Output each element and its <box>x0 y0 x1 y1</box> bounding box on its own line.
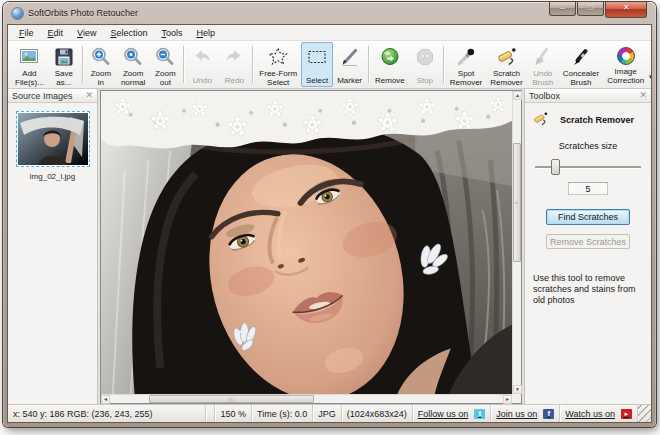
menu-view[interactable]: View <box>70 26 103 40</box>
toolbar-separator <box>252 46 253 83</box>
maximize-button[interactable]: □ <box>577 2 604 16</box>
toolbar-button-spot-remover[interactable]: Spot Remover <box>446 42 486 87</box>
toolbar-label: Zoom out <box>153 69 177 87</box>
vertical-scrollbar[interactable]: ▲ = ▼ <box>512 91 521 394</box>
source-file-name: img_02_l.jpg <box>8 172 97 181</box>
spot-remover-icon <box>454 45 478 69</box>
app-icon <box>12 8 23 19</box>
toolbar-button-scratch-remover[interactable]: Scratch Remover <box>486 42 526 87</box>
toolbar-separator <box>183 46 184 83</box>
zoom-in-icon <box>89 45 113 69</box>
toolbar-button-free-form-select[interactable]: Free-Form Select <box>255 42 301 87</box>
workspace: Source Images ✕ <box>8 89 651 404</box>
toolbar-button-stop[interactable]: Stop <box>409 42 441 87</box>
slider-thumb[interactable] <box>551 159 560 175</box>
toolbar-button-remove[interactable]: Remove <box>371 42 409 87</box>
source-thumbnail[interactable] <box>16 111 90 167</box>
scratches-size-slider[interactable] <box>535 159 641 175</box>
menu-tools[interactable]: Tools <box>154 26 189 40</box>
toolbar-label: Save as... <box>52 69 76 87</box>
scratches-size-value[interactable]: 5 <box>568 182 608 195</box>
twitter-icon[interactable]: t <box>474 409 485 419</box>
horizontal-scroll-track[interactable]: ||| <box>110 395 503 403</box>
scroll-right-icon[interactable]: ► <box>503 395 512 404</box>
toolbar-button-image-correction[interactable]: Image Correction <box>603 42 648 87</box>
window-title: SoftOrbits Photo Retoucher <box>28 8 138 18</box>
toolbar-button-undo[interactable]: Undo <box>186 42 218 87</box>
horizontal-scroll-thumb[interactable]: ||| <box>149 395 314 403</box>
toolbar-overflow-icon[interactable]: ▾ <box>648 73 651 87</box>
scroll-up-icon[interactable]: ▲ <box>513 91 522 100</box>
toolbar-button-zoom-normal[interactable]: Zoom normal <box>117 42 149 87</box>
source-panel-title: Source Images <box>12 91 73 101</box>
toolbar-label: Undo Brush <box>531 69 555 87</box>
client-area: File Edit View Selection Tools Help Add … <box>7 24 652 423</box>
status-zoom: 150 % <box>215 405 252 422</box>
menu-help[interactable]: Help <box>189 26 222 40</box>
status-position: x: 540 y: 186 RGB: (236, 243, 255) <box>8 405 206 422</box>
close-button[interactable]: ✕ <box>605 2 647 18</box>
toolbar-button-zoom-out[interactable]: Zoom out <box>149 42 181 87</box>
photo-canvas[interactable] <box>101 91 512 394</box>
scrollbar-corner <box>512 394 521 403</box>
join-us-label: Join us on <box>496 409 537 419</box>
resize-grip[interactable] <box>638 405 651 422</box>
menu-selection[interactable]: Selection <box>103 26 154 40</box>
youtube-icon[interactable]: ► <box>621 409 632 419</box>
toolbar-label: Add File(s)... <box>15 69 44 87</box>
horizontal-scrollbar[interactable]: ◄ ||| ► <box>101 394 512 403</box>
toolbar-button-select[interactable]: Select <box>301 42 333 87</box>
toolbar-label: Scratch Remover <box>490 69 522 87</box>
toolbar-button-concealer-brush[interactable]: Concealer Brush <box>559 42 603 87</box>
toolbar-separator <box>368 46 369 83</box>
app-window: SoftOrbits Photo Retoucher – □ ✕ File Ed… <box>3 2 656 427</box>
undo-icon <box>190 45 214 69</box>
scroll-left-icon[interactable]: ◄ <box>101 395 110 404</box>
find-scratches-button[interactable]: Find Scratches <box>546 209 630 225</box>
watch-us-link[interactable]: Watch us on► <box>560 405 638 422</box>
toolbar-label: Zoom normal <box>121 69 145 87</box>
tool-head: Scratch Remover <box>525 103 651 130</box>
toolbar: Add File(s)... Save as... Zoom in Zoom n… <box>8 41 651 89</box>
menu-file[interactable]: File <box>12 26 41 40</box>
image-correction-icon <box>617 45 635 67</box>
menu-edit[interactable]: Edit <box>41 26 71 40</box>
scroll-down-icon[interactable]: ▼ <box>513 385 522 394</box>
follow-us-link[interactable]: Follow us ont <box>413 405 492 422</box>
scratch-remover-icon <box>531 110 549 130</box>
toolbar-label: Image Correction <box>607 67 644 85</box>
toolbox-header: Toolbox ✕ <box>525 89 651 103</box>
toolbar-label: Redo <box>222 69 246 85</box>
vertical-scroll-track[interactable]: = <box>513 100 521 385</box>
remove-scratches-button[interactable]: Remove Scratches <box>546 234 630 249</box>
toolbar-button-save-as[interactable]: Save as... <box>48 42 80 87</box>
canvas-area: ▲ = ▼ ◄ ||| ► <box>98 89 524 404</box>
close-icon[interactable]: ✕ <box>639 91 647 100</box>
remove-icon <box>378 45 402 69</box>
status-spacer <box>206 405 215 422</box>
toolbar-label: Free-Form Select <box>259 69 297 87</box>
scratches-size-label: Scratches size <box>525 141 651 151</box>
toolbar-button-redo[interactable]: Redo <box>218 42 250 87</box>
undo-brush-icon <box>531 45 555 69</box>
toolbar-label: Concealer Brush <box>563 69 599 87</box>
stop-icon <box>413 45 437 69</box>
vertical-scroll-thumb[interactable]: = <box>513 143 521 263</box>
close-icon[interactable]: ✕ <box>85 91 93 100</box>
join-us-link[interactable]: Join us onf <box>491 405 560 422</box>
toolbar-label: Remove <box>375 69 405 85</box>
toolbar-label: Marker <box>337 69 362 85</box>
toolbar-button-undo-brush[interactable]: Undo Brush <box>527 42 559 87</box>
marker-icon <box>338 45 362 69</box>
facebook-icon[interactable]: f <box>543 409 554 419</box>
tool-help-text: Use this tool to remove scratches and st… <box>533 273 643 306</box>
toolbar-label: Spot Remover <box>450 69 482 87</box>
toolbar-button-add-files[interactable]: Add File(s)... <box>11 42 48 87</box>
window-controls: – □ ✕ <box>549 2 647 18</box>
source-images-panel: Source Images ✕ <box>8 89 98 404</box>
toolbar-button-zoom-in[interactable]: Zoom in <box>85 42 117 87</box>
toolbar-button-marker[interactable]: Marker <box>333 42 366 87</box>
scratch-remover-icon <box>494 45 518 69</box>
minimize-button[interactable]: – <box>549 2 576 16</box>
status-bar: x: 540 y: 186 RGB: (236, 243, 255) 150 %… <box>8 404 651 422</box>
